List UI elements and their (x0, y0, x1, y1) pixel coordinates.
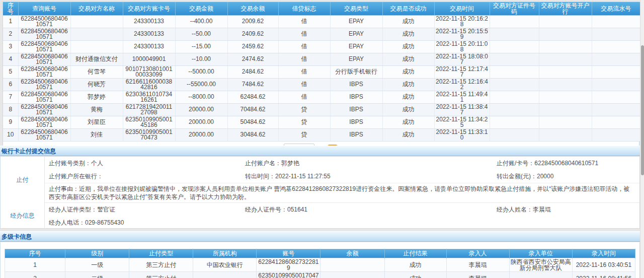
cell-counterparty-name: 黄梅 (70, 103, 123, 116)
mc-cell-entered-by: 李晨琨 (446, 258, 509, 272)
cell-balance: 2484.62 (227, 65, 278, 78)
mc-cell-balance (320, 272, 384, 278)
table-row[interactable]: 10 6228450068040610571 刘佳 62350109905001… (3, 128, 640, 141)
mc-cell-result: 成功 (384, 272, 446, 278)
mc-cell-level: 一级 (65, 258, 129, 272)
mc-col-result: 止付结果 (384, 249, 446, 258)
mc-col-account: 账号 (257, 249, 320, 258)
cell-query-account: 6228450068040610571 (18, 40, 70, 53)
cell-counterparty-card: 243300133 (123, 28, 175, 40)
mc-cell-entered-by: 李晨琨 (446, 272, 509, 278)
col-header-counterparty-card: 交易对方账卡号 (123, 2, 175, 15)
cell-success: 成功 (382, 65, 434, 78)
cell-query-account: 6228450068040610571 (18, 78, 70, 91)
cell-query-account: 6228450068040610571 (18, 65, 70, 78)
operator-group: 经办信息 经办人证件类型：警官证 经办人证件号：051641 经办人姓名：李晨琨… (1, 203, 639, 229)
cell-success: 成功 (382, 53, 434, 65)
cell-counterparty-card: 6235010990500145186 (123, 116, 175, 128)
table-row[interactable]: 2 6228450068040610571 243300133 --50.00 … (3, 28, 640, 40)
mc-cell-entry-unit: 陕西省西安市公安局高新分局刑警大队 (509, 258, 572, 272)
cell-opening-bank (539, 28, 592, 40)
cell-success: 成功 (382, 116, 434, 128)
col-header-counterparty-name: 交易对方名称 (70, 2, 123, 15)
cell-success: 成功 (382, 103, 434, 116)
cell-balance: 2459.62 (227, 40, 278, 53)
mc-col-level: 级别 (65, 249, 129, 258)
stop-account-name: 止付账户名：郭梦艳 (245, 159, 497, 168)
col-header-query-account: 查询账号 (18, 2, 70, 15)
cell-serial-no (592, 128, 640, 141)
cell-counterparty-card: 6217281942001127098 (123, 103, 175, 116)
table-row[interactable]: 2 二级 第三方止付 6235010990500170473 成功 李晨琨 20… (5, 272, 635, 278)
mc-cell-institution (193, 272, 257, 278)
col-header-debit-credit: 借贷标志 (278, 2, 330, 15)
table-row[interactable]: 4 6228450068040610571 财付通微信支付 1000049901… (3, 53, 640, 65)
cell-success: 成功 (382, 128, 434, 141)
multi-card-table: 序号 级别 止付类型 所属机构 账号 余额 止付结果 录入人 录入单位 录入时间… (5, 249, 635, 278)
cell-time: 2022-11-15 12:17:47 (434, 65, 490, 78)
cell-amount: --50.00 (175, 28, 227, 40)
cell-debit-credit: 借 (278, 15, 330, 28)
mc-cell-account: 6235010990500170473 (257, 272, 320, 278)
cell-counterparty-card: 9010713080100100033099 (123, 65, 175, 78)
cell-balance: 50484.62 (227, 116, 278, 128)
cell-serial-no (592, 103, 640, 116)
cell-query-account: 6228450068040610571 (18, 15, 70, 28)
cell-serial-no (592, 40, 640, 53)
cell-counterparty-name: 刘佳 (70, 128, 123, 141)
table-row[interactable]: 7 6228450068040610571 郭梦婷 62303611010734… (3, 91, 640, 103)
cell-amount: --10.00 (175, 53, 227, 65)
cell-time: 2022-11-15 18:08:07 (434, 53, 490, 65)
cell-opening-bank (539, 53, 592, 65)
cell-seq: 8 (3, 103, 18, 116)
operator-group-label: 经办信息 (1, 203, 45, 229)
cell-debit-credit: 借 (278, 65, 330, 78)
cell-query-account: 6228450068040610571 (18, 53, 70, 65)
cell-debit-credit: 借 (278, 40, 330, 53)
col-header-serial-no: 交易流水号 (592, 2, 640, 15)
table-row[interactable]: 5 6228450068040610571 何雪琴 90107130801001… (3, 65, 640, 78)
cell-time: 2022-11-15 20:11:08 (434, 40, 490, 53)
cell-counterparty-card: 1000049901 (123, 53, 175, 65)
transfer-time: 转出时间：2022-11-15 11:27:55 (245, 172, 497, 181)
col-header-balance: 交易余额 (227, 2, 278, 15)
cell-serial-no (592, 15, 640, 28)
cell-counterparty-name: 郭梦婷 (70, 91, 123, 103)
cell-balance: 7484.62 (227, 78, 278, 91)
mc-col-entered-by: 录入人 (446, 249, 509, 258)
mc-cell-stop-type: 第三方止付 (129, 258, 193, 272)
cell-success: 成功 (382, 91, 434, 103)
col-header-cert-no: 交易对方证件号码 (490, 2, 539, 15)
vertical-scrollbar[interactable] (640, 0, 644, 278)
col-header-seq: 序号 (3, 2, 18, 15)
cell-type: 分行版手机银行 (330, 65, 382, 78)
cell-type: EPAY (330, 53, 382, 65)
multi-card-panel: 序号 级别 止付类型 所属机构 账号 余额 止付结果 录入人 录入单位 录入时间… (0, 242, 640, 278)
cell-amount: --55000.00 (175, 78, 227, 91)
table-row[interactable]: 6 6228450068040610571 何晓芳 62166116000038… (3, 78, 640, 91)
operator-cert-no: 经办人证件号：051641 (245, 205, 497, 214)
cell-seq: 5 (3, 65, 18, 78)
cell-debit-credit: 贷 (278, 128, 330, 141)
table-row[interactable]: 1 一级 第三方止付 中国农业银行 6228412860827322819 成功… (5, 258, 635, 272)
mc-cell-entry-time: 2022-11-16 03:40:51 (572, 258, 635, 272)
stop-payment-panel: 止付 止付账号类别：个人 止付账户名：郭梦艳 止付账/卡号：6228450068… (0, 157, 640, 229)
col-header-time: 交易时间 (434, 2, 490, 15)
col-header-type: 交易类型 (330, 2, 382, 15)
stop-card-no: 止付账/卡号：6228450068040610571 (497, 159, 639, 168)
table-row[interactable]: 9 6228450068040610571 刘星臣 62350109905001… (3, 116, 640, 128)
stop-payment-reason: 止付事由：近期，我单位在接报刘妮被骗警情中，发现涉案人员利用贵单位相关账户 曹鸿… (45, 183, 639, 203)
cell-debit-credit: 贷 (278, 116, 330, 128)
cell-query-account: 6228450068040610571 (18, 91, 70, 103)
table-row[interactable]: 3 6228450068040610571 243300133 --15.00 … (3, 40, 640, 53)
cell-type: IBPS (330, 116, 382, 128)
cell-debit-credit: 借 (278, 91, 330, 103)
table-row[interactable]: 1 6228450068040610571 243300133 --400.00… (3, 15, 640, 28)
table-row[interactable]: 8 6228450068040610571 黄梅 621728194200112… (3, 103, 640, 116)
cell-opening-bank (539, 91, 592, 103)
cell-amount: --8000.00 (175, 91, 227, 103)
cell-seq: 2 (3, 28, 18, 40)
cell-balance: 2009.62 (227, 15, 278, 28)
mc-cell-seq: 2 (5, 272, 65, 278)
scrollbar-thumb[interactable] (641, 45, 644, 175)
